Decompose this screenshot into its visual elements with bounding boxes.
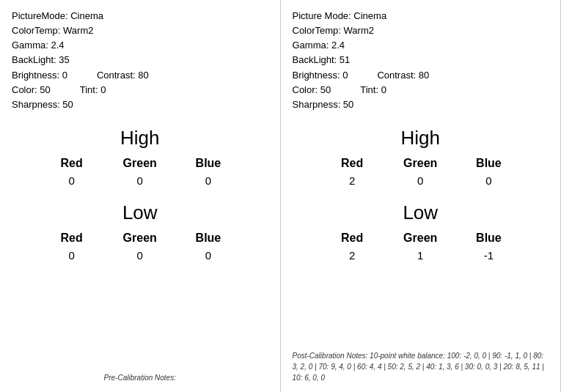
right-color-temp: ColorTemp: Warm2 (293, 23, 549, 38)
right-high-green-value: 0 (398, 174, 442, 187)
left-high-red-header: Red (50, 157, 94, 170)
left-gamma: Gamma: 2.4 (12, 38, 268, 53)
right-picture-mode: Picture Mode: Cinema (293, 9, 549, 23)
right-high-label: High (401, 127, 440, 149)
right-high-red-header: Red (330, 157, 374, 170)
right-low-blue-header: Blue (466, 232, 510, 245)
left-info-block: PictureMode: Cinema ColorTemp: Warm2 Gam… (12, 9, 268, 112)
left-low-red-header: Red (50, 232, 94, 245)
right-brightness: Brightness: 0 (293, 68, 348, 83)
right-low-table: Low Red Green Blue 2 1 -1 (293, 201, 549, 262)
left-picture-mode: PictureMode: Cinema (12, 9, 268, 23)
left-notes: Pre-Calibration Notes: (104, 372, 176, 383)
left-high-label: High (120, 127, 159, 149)
left-low-green-header: Green (118, 232, 162, 245)
left-brightness: Brightness: 0 (12, 68, 67, 83)
right-backlight: BackLight: 51 (293, 53, 549, 67)
right-notes: Post-Calibration Notes: 10-point white b… (293, 350, 549, 383)
right-low-red-value: 2 (330, 249, 374, 262)
left-low-table: Low Red Green Blue 0 0 0 (12, 201, 268, 262)
left-low-label: Low (122, 201, 158, 224)
left-color: Color: 50 (12, 83, 51, 97)
right-low-red-header: Red (330, 232, 374, 245)
left-low-blue-header: Blue (186, 232, 230, 245)
right-gamma: Gamma: 2.4 (293, 38, 549, 53)
right-panel: Picture Mode: Cinema ColorTemp: Warm2 Ga… (281, 0, 562, 392)
right-low-blue-value: -1 (466, 249, 510, 262)
left-backlight: BackLight: 35 (12, 53, 268, 67)
right-color: Color: 50 (293, 83, 331, 97)
left-high-blue-header: Blue (186, 157, 230, 170)
left-high-red-value: 0 (50, 174, 94, 187)
left-contrast: Contrast: 80 (97, 68, 149, 83)
left-high-green-value: 0 (118, 174, 162, 187)
left-low-red-value: 0 (50, 249, 94, 262)
left-tint: Tint: 0 (80, 83, 106, 97)
left-sharpness: Sharpness: 50 (12, 97, 268, 112)
right-info-block: Picture Mode: Cinema ColorTemp: Warm2 Ga… (293, 9, 549, 112)
right-tint: Tint: 0 (360, 83, 386, 97)
left-color-temp: ColorTemp: Warm2 (12, 23, 268, 38)
left-high-green-header: Green (118, 157, 162, 170)
right-high-table: High Red Green Blue 2 0 0 (293, 127, 549, 187)
left-high-blue-value: 0 (186, 174, 230, 187)
right-high-green-header: Green (398, 157, 442, 170)
right-high-blue-value: 0 (466, 174, 510, 187)
right-low-label: Low (403, 201, 438, 224)
left-panel: PictureMode: Cinema ColorTemp: Warm2 Gam… (0, 0, 281, 392)
left-high-table: High Red Green Blue 0 0 0 (12, 127, 268, 187)
right-low-green-header: Green (398, 232, 442, 245)
left-calibration-section: High Red Green Blue 0 0 0 Low Red Green … (12, 119, 268, 383)
right-low-green-value: 1 (398, 249, 442, 262)
right-contrast: Contrast: 80 (377, 68, 429, 83)
left-low-blue-value: 0 (186, 249, 230, 262)
right-sharpness: Sharpness: 50 (293, 97, 549, 112)
right-calibration-section: High Red Green Blue 2 0 0 Low Red Green … (293, 119, 549, 383)
left-low-green-value: 0 (118, 249, 162, 262)
right-high-blue-header: Blue (466, 157, 510, 170)
right-high-red-value: 2 (330, 174, 374, 187)
